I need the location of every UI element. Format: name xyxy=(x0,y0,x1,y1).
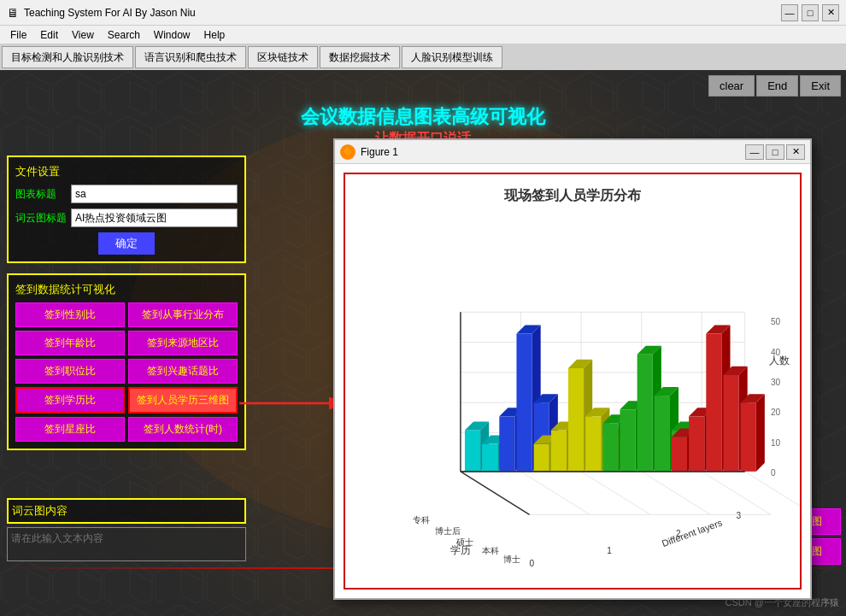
clear-button[interactable]: clear xyxy=(708,75,755,97)
menu-window[interactable]: Window xyxy=(147,27,197,43)
svg-rect-75 xyxy=(602,423,618,471)
stats-btn-3[interactable]: 签到来源地区比 xyxy=(128,331,238,355)
confirm-button[interactable]: 确定 xyxy=(98,232,155,255)
stats-label: 签到数据统计可视化 xyxy=(15,282,238,297)
figure-maximize[interactable]: □ xyxy=(766,144,784,160)
window-controls: — □ ✕ xyxy=(781,4,839,21)
file-settings-box: 文件设置 图表标题 词云图标题 确定 xyxy=(7,155,246,263)
main-area: clear End Exit 会议数据信息图表高级可视化 让数据开口说话 文件设… xyxy=(0,70,846,616)
svg-rect-60 xyxy=(534,444,549,472)
svg-rect-96 xyxy=(706,334,721,472)
svg-text:博士: 博士 xyxy=(503,554,520,564)
menu-help[interactable]: Help xyxy=(197,27,232,43)
svg-line-107 xyxy=(461,472,530,514)
svg-rect-81 xyxy=(637,355,653,472)
svg-rect-93 xyxy=(689,416,704,472)
svg-line-38 xyxy=(521,472,590,514)
end-button[interactable]: End xyxy=(756,75,798,97)
figure-icon: 🔶 xyxy=(340,144,355,160)
svg-text:专科: 专科 xyxy=(413,515,430,525)
menu-bar: File Edit View Search Window Help xyxy=(0,26,846,44)
svg-rect-63 xyxy=(551,430,567,471)
svg-text:3: 3 xyxy=(737,511,742,520)
stats-btn-8[interactable]: 签到星座比 xyxy=(15,417,125,442)
tab-bar: 目标检测和人脸识别技术 语言识别和爬虫技术 区块链技术 数据挖掘技术 人脸识别模… xyxy=(0,44,846,70)
svg-rect-69 xyxy=(585,416,601,472)
chart-svg: 现场签到人员学历分布 人数 0 10 20 30 40 50 学历 xyxy=(345,174,800,588)
chart-title-input[interactable] xyxy=(71,185,238,203)
svg-rect-45 xyxy=(465,430,480,471)
svg-text:1: 1 xyxy=(607,546,612,555)
chart-container: 现场签到人员学历分布 人数 0 10 20 30 40 50 学历 xyxy=(344,173,802,590)
wordcloud-title-row: 词云图标题 xyxy=(15,208,238,227)
svg-text:现场签到人员学历分布: 现场签到人员学历分布 xyxy=(503,187,642,202)
figure-titlebar: 🔶 Figure 1 — □ ✕ xyxy=(335,140,810,164)
app-icon: 🖥 xyxy=(7,6,19,20)
stats-btn-6[interactable]: 签到学历比 xyxy=(15,387,125,414)
svg-text:20: 20 xyxy=(771,408,781,417)
tab-0[interactable]: 目标检测和人脸识别技术 xyxy=(2,46,133,68)
close-button[interactable]: ✕ xyxy=(822,4,839,21)
file-settings-label: 文件设置 xyxy=(15,164,238,179)
svg-text:2: 2 xyxy=(676,529,681,538)
figure-minimize[interactable]: — xyxy=(745,144,764,160)
stats-btn-5[interactable]: 签到兴趣话题比 xyxy=(128,359,238,384)
maximize-button[interactable]: □ xyxy=(802,4,819,21)
svg-marker-104 xyxy=(756,394,765,472)
left-panel: 文件设置 图表标题 词云图标题 确定 签到数据统计可视化 签到性别比 签到从事行… xyxy=(7,155,246,450)
stats-box: 签到数据统计可视化 签到性别比 签到从事行业分布 签到年龄比 签到来源地区比 签… xyxy=(7,273,246,450)
menu-view[interactable]: View xyxy=(65,27,101,43)
svg-text:30: 30 xyxy=(771,378,781,387)
svg-rect-99 xyxy=(723,375,738,472)
svg-rect-84 xyxy=(655,396,670,472)
svg-text:0: 0 xyxy=(530,559,535,568)
svg-rect-90 xyxy=(672,437,687,472)
wordcloud-title-label: 词云图标题 xyxy=(15,211,71,226)
svg-line-39 xyxy=(581,472,650,514)
svg-text:50: 50 xyxy=(771,317,781,326)
tab-1[interactable]: 语言识别和爬虫技术 xyxy=(135,46,246,68)
svg-rect-102 xyxy=(741,402,756,472)
tab-4[interactable]: 人脸识别模型训练 xyxy=(402,46,502,68)
title-bar: 🖥 Teaching System For AI By Jason Niu — … xyxy=(0,0,846,26)
svg-text:0: 0 xyxy=(771,468,776,478)
svg-text:硕士: 硕士 xyxy=(455,537,473,547)
tab-3[interactable]: 数据挖掘技术 xyxy=(320,46,400,68)
header-buttons: clear End Exit xyxy=(708,75,841,97)
figure-close[interactable]: ✕ xyxy=(786,144,805,160)
figure-window: 🔶 Figure 1 — □ ✕ 现场签到人员学历分布 人数 0 1 xyxy=(333,138,812,600)
app-title: Teaching System For AI By Jason Niu xyxy=(24,7,781,19)
stats-btn-4[interactable]: 签到职位比 xyxy=(15,359,125,384)
svg-rect-66 xyxy=(568,368,584,472)
stats-btn-1[interactable]: 签到从事行业分布 xyxy=(128,302,238,327)
menu-file[interactable]: File xyxy=(3,27,33,43)
svg-text:本科: 本科 xyxy=(482,546,499,555)
svg-rect-48 xyxy=(482,444,497,472)
chart-title-label: 图表标题 xyxy=(15,187,71,202)
svg-text:40: 40 xyxy=(771,348,781,357)
svg-rect-54 xyxy=(516,334,532,472)
figure-title: Figure 1 xyxy=(361,146,745,158)
stats-grid: 签到性别比 签到从事行业分布 签到年龄比 签到来源地区比 签到职位比 签到兴趣话… xyxy=(15,302,238,442)
stats-btn-9[interactable]: 签到人数统计(时) xyxy=(128,417,238,442)
svg-line-42 xyxy=(745,472,800,514)
svg-line-41 xyxy=(702,472,771,514)
svg-text:Different layers: Different layers xyxy=(661,517,724,549)
svg-rect-78 xyxy=(620,409,635,472)
figure-controls: — □ ✕ xyxy=(745,144,805,160)
tab-2[interactable]: 区块链技术 xyxy=(248,46,318,68)
minimize-button[interactable]: — xyxy=(781,4,798,21)
chart-title-row: 图表标题 xyxy=(15,185,238,203)
menu-edit[interactable]: Edit xyxy=(33,27,65,43)
stats-btn-2[interactable]: 签到年龄比 xyxy=(15,331,125,355)
main-title: 会议数据信息图表高级可视化 xyxy=(0,104,846,130)
exit-button[interactable]: Exit xyxy=(800,75,841,97)
svg-line-40 xyxy=(642,472,711,514)
wordcloud-label: 词云图内容 xyxy=(7,498,246,524)
menu-search[interactable]: Search xyxy=(101,27,147,43)
figure-content: 现场签到人员学历分布 人数 0 10 20 30 40 50 学历 xyxy=(335,164,810,598)
stats-btn-0[interactable]: 签到性别比 xyxy=(15,302,125,327)
wordcloud-title-input[interactable] xyxy=(71,208,238,227)
stats-btn-7[interactable]: 签到人员学历三维图 xyxy=(128,387,238,414)
bar-boshi-l3 xyxy=(741,394,765,472)
